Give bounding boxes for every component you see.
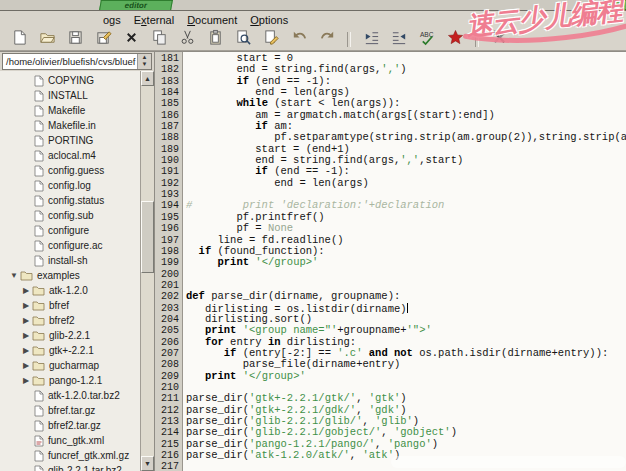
tree-item-config.guess[interactable]: config.guess [0,163,140,178]
code-line[interactable]: parse_dir('atk-1.2.0/atk/', 'atk') [186,450,626,461]
spellcheck-button[interactable]: ABC [417,30,437,49]
window-tab[interactable]: editor [99,0,173,10]
indent-button[interactable] [389,30,409,49]
code-line[interactable] [186,461,626,471]
tree-item-label: bfref [45,300,69,311]
menu-options[interactable]: Options [250,14,288,26]
tree-item-atk-1.2.0.tar.bz2[interactable]: atk-1.2.0.tar.bz2 [0,388,140,403]
file-icon [34,255,44,267]
menu-document[interactable]: Document [187,14,237,26]
code-line[interactable]: end = len(args) [186,178,626,189]
tree-item-COPYING[interactable]: COPYING [0,73,140,88]
tree-item-glib-2.2.1.tar.bz2[interactable]: glib-2.2.1.tar.bz2 [0,463,140,471]
tree-item-INSTALL[interactable]: INSTALL [0,88,140,103]
find-replace-button[interactable] [261,30,281,49]
unindent-button[interactable] [361,30,381,49]
tree-item-bfref2[interactable]: ▶bfref2 [0,313,140,328]
paste-button[interactable] [205,30,225,49]
expand-triangle-icon[interactable]: ▶ [20,283,32,298]
toolbar-separator [475,32,479,47]
tree-item-configure[interactable]: configure [0,223,140,238]
expand-triangle-icon[interactable]: ▶ [20,313,32,328]
tree-item-Makefile[interactable]: Makefile [0,103,140,118]
undo-icon [291,29,308,49]
tree-item-gucharmap[interactable]: ▶gucharmap [0,358,140,373]
tree-item-label: config.guess [44,165,104,176]
scrollbar-thumb[interactable] [141,201,154,273]
tree-item-examples[interactable]: ▼examples [0,268,140,283]
expand-triangle-icon[interactable]: ▶ [20,328,32,343]
tree-item-bfref.tar.gz[interactable]: bfref.tar.gz [0,403,140,418]
tree-scrollbar[interactable]: ▲ ▼ [140,71,154,471]
tree-item-label: bfref2.tar.gz [44,420,101,431]
redo-button[interactable] [317,30,337,49]
line-number: 201 [155,280,179,291]
tree-item-glib-2.2.1[interactable]: ▶glib-2.2.1 [0,328,140,343]
directory-path-value: /home/olivier/bluefish/cvs/bluef [3,56,137,67]
new-document-button[interactable] [9,30,29,49]
tree-item-config.status[interactable]: config.status [0,193,140,208]
line-number: 181 [155,53,179,64]
tree-item-label: configure.ac [44,240,102,251]
file-icon [34,465,44,471]
find-button[interactable] [233,30,253,49]
preferences-button[interactable] [489,30,509,49]
file-tree: COPYINGINSTALLMakefileMakefile.inPORTING… [0,71,140,471]
tree-item-funcref_gtk.xml.gz[interactable]: funcref_gtk.xml.gz [0,448,140,463]
expand-triangle-icon[interactable]: ▶ [20,373,32,388]
menu-external[interactable]: External [134,14,174,26]
redo-icon [319,29,336,49]
tree-item-label: Makefile.in [44,120,96,131]
directory-path-select[interactable]: /home/olivier/bluefish/cvs/bluef ▲▼ [2,53,152,70]
close-button[interactable] [121,30,141,49]
undo-button[interactable] [289,30,309,49]
file-icon [34,180,44,192]
tree-item-label: Makefile [44,105,85,116]
spellcheck-icon: ABC [419,29,436,49]
expand-triangle-icon[interactable]: ▶ [20,343,32,358]
code-line[interactable]: print '</group>' [186,257,626,268]
copy-button[interactable] [149,30,169,49]
path-spinner[interactable]: ▲▼ [137,54,151,69]
tree-item-pango-1.2.1[interactable]: ▶pango-1.2.1 [0,373,140,388]
expand-triangle-icon[interactable]: ▶ [20,358,32,373]
code-line[interactable] [186,269,626,280]
line-number: 188 [155,132,179,143]
preferences-icon [491,29,508,49]
folder-icon [32,375,45,386]
menu-ogs[interactable]: ogs [103,14,121,26]
tree-item-label: INSTALL [44,90,88,101]
tree-item-PORTING[interactable]: PORTING [0,133,140,148]
scroll-up-button[interactable]: ▲ [141,71,154,86]
cut-button[interactable] [177,30,197,49]
code-line[interactable]: def parse_dir(dirname, groupname): [186,291,626,302]
file-icon [34,210,44,222]
open-file-button[interactable] [37,30,57,49]
code-line[interactable]: print '</group>' [186,371,626,382]
tree-item-atk-1.2.0[interactable]: ▶atk-1.2.0 [0,283,140,298]
line-number: 187 [155,121,179,132]
tree-item-func_gtk.xml[interactable]: func_gtk.xml [0,433,140,448]
tree-item-config.log[interactable]: config.log [0,178,140,193]
collapse-triangle-icon[interactable]: ▼ [8,268,20,283]
tree-item-label: config.sub [44,210,94,221]
file-icon [34,225,44,237]
code-editor[interactable]: 1811821831841851861871881891901911921931… [155,52,626,471]
code-text-area[interactable]: start = 0 end = string.find(args,',') if… [183,52,626,471]
line-number: 216 [155,450,179,461]
line-number: 212 [155,405,179,416]
bookmark-button[interactable] [445,30,465,49]
scroll-down-button[interactable]: ▼ [141,456,154,471]
save-as-button[interactable] [93,30,113,49]
tree-item-install-sh[interactable]: install-sh [0,253,140,268]
tree-item-bfref[interactable]: ▶bfref [0,298,140,313]
line-number: 193 [155,189,179,200]
tree-item-gtk+-2.2.1[interactable]: ▶gtk+-2.2.1 [0,343,140,358]
tree-item-Makefile.in[interactable]: Makefile.in [0,118,140,133]
tree-item-configure.ac[interactable]: configure.ac [0,238,140,253]
expand-triangle-icon[interactable]: ▶ [20,298,32,313]
tree-item-bfref2.tar.gz[interactable]: bfref2.tar.gz [0,418,140,433]
tree-item-aclocal.m4[interactable]: aclocal.m4 [0,148,140,163]
tree-item-config.sub[interactable]: config.sub [0,208,140,223]
save-button[interactable] [65,30,85,49]
